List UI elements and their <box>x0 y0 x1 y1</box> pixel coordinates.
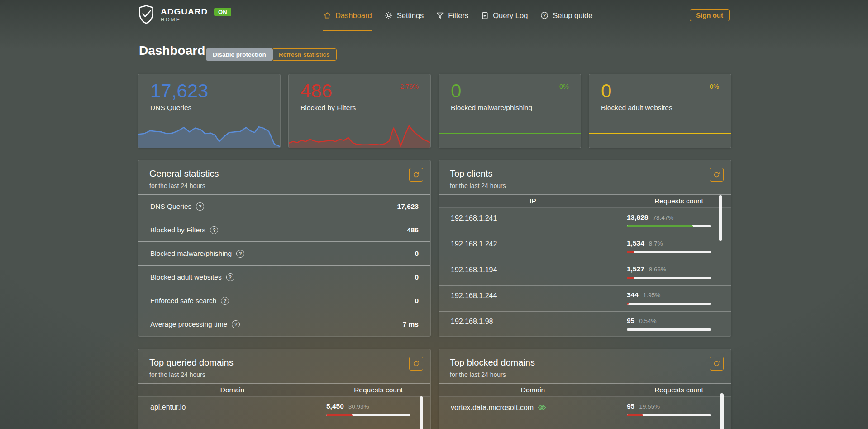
panel-subtitle: for the last 24 hours <box>450 371 720 378</box>
help-circle-icon[interactable] <box>210 226 218 234</box>
panel-subtitle: for the last 24 hours <box>450 182 720 189</box>
stat-row-value: 0 <box>415 273 419 281</box>
client-ip: 192.168.1.244 <box>451 292 497 300</box>
nav-settings[interactable]: Settings <box>385 0 424 31</box>
stat-row-label: Average processing time <box>150 320 240 328</box>
requests-bar <box>627 328 711 331</box>
table-row <box>138 423 430 429</box>
home-icon <box>323 11 331 19</box>
nav-label: Settings <box>397 11 424 20</box>
table-row: api.entur.io 5,45030.93% <box>138 397 430 423</box>
requests-percent: 30.93% <box>348 403 369 410</box>
stat-row: Blocked by Filters 486 <box>138 218 430 241</box>
eye-off-icon[interactable] <box>538 403 546 412</box>
stat-row-label: Blocked malware/phishing <box>150 250 244 258</box>
table-header: IP Requests count <box>439 194 731 208</box>
refresh-statistics-button[interactable]: Refresh statistics <box>272 48 337 61</box>
nav-setup-guide[interactable]: ? Setup guide <box>540 0 592 31</box>
stat-row-value: 486 <box>407 226 419 234</box>
stat-percent: 0% <box>559 83 569 90</box>
stat-row-value: 17,623 <box>397 202 419 211</box>
panel-title: Top clients <box>450 169 720 179</box>
refresh-button[interactable] <box>710 357 724 371</box>
panel-title: General statistics <box>149 169 420 179</box>
statistics-rows: DNS Queries 17,623 Blocked by Filters 48… <box>138 194 430 336</box>
column-header-domain: Domain <box>138 386 326 394</box>
stat-card-blocked-adult: 0 Blocked adult websites 0% <box>589 74 731 148</box>
column-header-requests: Requests count <box>627 386 731 394</box>
scrollbar-thumb[interactable] <box>720 393 724 429</box>
shield-check-icon <box>137 5 155 24</box>
stat-row-label: DNS Queries <box>150 202 204 211</box>
help-circle-icon[interactable] <box>232 320 240 328</box>
panel-header: Top blocked domains for the last 24 hour… <box>439 349 731 383</box>
domain-name: api.entur.io <box>150 403 186 411</box>
refresh-icon <box>713 360 720 367</box>
stat-row-label: Blocked by Filters <box>150 226 218 234</box>
nav-query-log[interactable]: Query Log <box>481 0 528 31</box>
logo-text: ADGUARD HOME <box>161 7 208 22</box>
scrollbar-thumb[interactable] <box>420 396 423 429</box>
requests-percent: 8.7% <box>649 240 663 247</box>
stat-value: 17,623 <box>150 80 280 102</box>
requests-count: 13,828 <box>627 213 648 222</box>
page-title: Dashboard <box>139 43 205 58</box>
client-ip: 192.168.1.194 <box>451 266 497 274</box>
brand-name: ADGUARD <box>161 7 208 16</box>
requests-count: 1,534 <box>627 239 644 247</box>
client-ip: 192.168.1.241 <box>451 214 497 222</box>
requests-count: 1,527 <box>627 265 644 273</box>
client-ip: 192.168.1.242 <box>451 240 497 248</box>
help-circle-icon[interactable] <box>196 202 204 211</box>
help-circle-icon[interactable] <box>236 250 244 258</box>
top-queried-domains-panel: Top queried domains for the last 24 hour… <box>138 349 431 429</box>
requests-count: 5,450 <box>326 402 344 410</box>
nav-label: Setup guide <box>553 11 592 20</box>
blocked-by-filters-link[interactable]: Blocked by Filters <box>300 104 430 112</box>
nav-label: Dashboard <box>335 11 372 20</box>
nav-label: Filters <box>448 11 468 20</box>
column-header-requests: Requests count <box>326 386 430 394</box>
requests-percent: 0.54% <box>639 318 656 324</box>
sign-out-button[interactable]: Sign out <box>690 9 730 21</box>
requests-percent: 1.95% <box>643 292 660 299</box>
adult-zero-line <box>589 133 731 134</box>
disable-protection-button[interactable]: Disable protection <box>206 48 273 61</box>
refresh-button[interactable] <box>409 357 423 371</box>
help-circle-icon: ? <box>540 11 548 19</box>
panel-subtitle: for the last 24 hours <box>149 182 420 189</box>
column-header-domain: Domain <box>439 386 627 394</box>
requests-count: 95 <box>627 317 634 325</box>
nav-dashboard[interactable]: Dashboard <box>323 0 372 31</box>
stat-card-blocked-by-filters: 486 Blocked by Filters 2.76% <box>288 74 431 148</box>
protection-status-badge: ON <box>214 8 231 16</box>
app-logo: ADGUARD HOME ON <box>137 5 231 24</box>
panel-header: General statistics for the last 24 hours <box>138 160 430 194</box>
stat-row: Blocked malware/phishing 0 <box>138 241 430 265</box>
blocked-by-filters-sparkline <box>289 120 430 148</box>
panel-title: Top blocked domains <box>450 357 720 368</box>
stat-row-label: Blocked adult websites <box>150 273 234 281</box>
help-circle-icon[interactable] <box>226 273 234 281</box>
refresh-button[interactable] <box>409 168 423 182</box>
stat-row: Enforced safe search 0 <box>138 289 430 313</box>
stat-row-label: Enforced safe search <box>150 297 229 305</box>
nav-filters[interactable]: Filters <box>436 0 468 31</box>
refresh-icon <box>413 360 420 367</box>
nav-label: Query Log <box>493 11 528 20</box>
stat-row: DNS Queries 17,623 <box>138 194 430 218</box>
domain-name: vortex.data.microsoft.com <box>451 404 534 412</box>
help-circle-icon[interactable] <box>221 297 229 305</box>
panel-header: Top queried domains for the last 24 hour… <box>138 349 430 383</box>
panel-subtitle: for the last 24 hours <box>149 371 420 378</box>
stat-row-value: 7 ms <box>403 320 419 328</box>
svg-text:?: ? <box>543 13 546 18</box>
panel-title: Top queried domains <box>149 357 420 368</box>
table-header: Domain Requests count <box>439 383 731 397</box>
requests-count: 95 <box>627 402 634 410</box>
funnel-icon <box>436 12 444 19</box>
column-header-ip: IP <box>439 197 627 205</box>
top-blocked-domains-panel: Top blocked domains for the last 24 hour… <box>439 349 731 429</box>
scrollbar-thumb[interactable] <box>719 195 722 241</box>
refresh-button[interactable] <box>710 168 724 182</box>
